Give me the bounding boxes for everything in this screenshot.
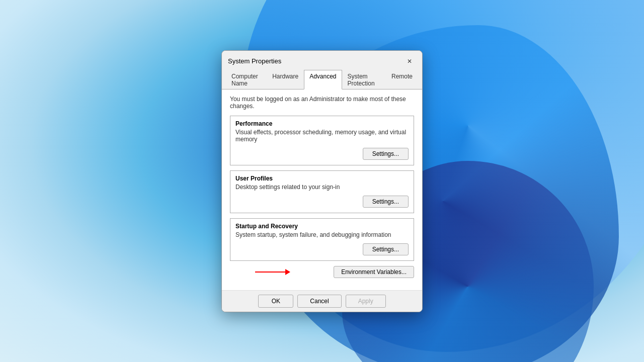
performance-button-row: Settings... xyxy=(235,148,409,160)
close-button[interactable]: ✕ xyxy=(403,55,416,68)
environment-variables-button[interactable]: Environment Variables... xyxy=(334,266,414,278)
tab-advanced[interactable]: Advanced xyxy=(304,70,342,89)
arrow-indicator xyxy=(255,269,290,275)
dialog-title: System Properties xyxy=(228,57,281,65)
arrow-line xyxy=(255,272,285,273)
startup-recovery-section: Startup and Recovery System startup, sys… xyxy=(230,218,414,261)
startup-recovery-button-row: Settings... xyxy=(235,243,409,255)
ok-button[interactable]: OK xyxy=(258,295,293,308)
dialog-overlay: System Properties ✕ Computer Name Hardwa… xyxy=(0,0,644,362)
performance-section: Performance Visual effects, processor sc… xyxy=(230,116,414,165)
user-profiles-button-row: Settings... xyxy=(235,196,409,208)
cancel-button[interactable]: Cancel xyxy=(297,295,341,308)
dialog-footer: OK Cancel Apply xyxy=(222,290,422,312)
tab-system-protection[interactable]: System Protection xyxy=(342,70,386,89)
user-profiles-settings-button[interactable]: Settings... xyxy=(363,196,409,208)
tab-bar: Computer Name Hardware Advanced System P… xyxy=(222,68,422,89)
apply-button[interactable]: Apply xyxy=(346,295,386,308)
performance-title: Performance xyxy=(235,120,409,127)
startup-recovery-description: System startup, system failure, and debu… xyxy=(235,231,409,238)
user-profiles-title: User Profiles xyxy=(235,175,409,182)
performance-settings-button[interactable]: Settings... xyxy=(363,148,409,160)
startup-recovery-settings-button[interactable]: Settings... xyxy=(363,243,409,255)
performance-description: Visual effects, processor scheduling, me… xyxy=(235,129,409,143)
title-bar: System Properties ✕ xyxy=(222,51,422,68)
arrow-head xyxy=(285,269,290,275)
environment-variables-row: Environment Variables... xyxy=(230,266,414,278)
tab-computer-name[interactable]: Computer Name xyxy=(226,70,267,89)
user-profiles-section: User Profiles Desktop settings related t… xyxy=(230,170,414,213)
admin-notice: You must be logged on as an Administrato… xyxy=(230,96,414,110)
tab-remote[interactable]: Remote xyxy=(386,70,418,89)
startup-recovery-title: Startup and Recovery xyxy=(235,223,409,230)
system-properties-dialog: System Properties ✕ Computer Name Hardwa… xyxy=(221,50,423,312)
dialog-content: You must be logged on as an Administrato… xyxy=(222,89,422,290)
user-profiles-description: Desktop settings related to your sign-in xyxy=(235,184,409,191)
tab-hardware[interactable]: Hardware xyxy=(267,70,304,89)
